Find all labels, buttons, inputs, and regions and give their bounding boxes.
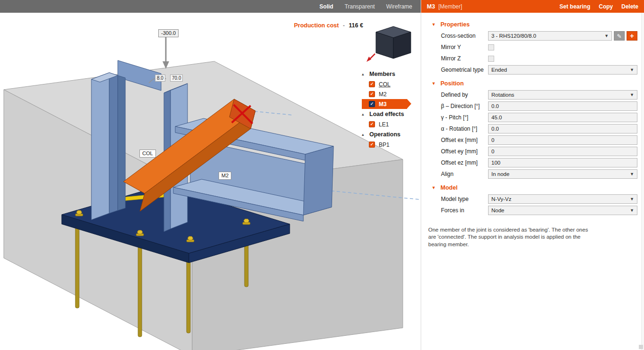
field-label: Forces in xyxy=(441,207,488,214)
tree-item-bp1[interactable]: BP1 xyxy=(362,140,417,150)
collapse-triangle-icon[interactable] xyxy=(362,72,366,76)
app-window: Solid Transparent Wireframe Production c… xyxy=(0,0,644,350)
member-label-col: COL xyxy=(139,150,156,158)
field-label: Offset ey [mm] xyxy=(441,148,488,155)
row-mirror-z: Mirror Z xyxy=(421,53,644,64)
row-cross-section: Cross-section 3 - RHS120/80/8.0 xyxy=(421,30,644,42)
copy-button[interactable]: Copy xyxy=(599,3,613,10)
panel-body: Properties Cross-section 3 - RHS120/80/8… xyxy=(421,13,644,350)
view-cube[interactable] xyxy=(367,26,411,62)
defined-by-dropdown[interactable]: Rotations xyxy=(488,90,637,100)
tree-item-le1[interactable]: LE1 xyxy=(362,119,417,129)
collapse-triangle-icon[interactable] xyxy=(432,22,436,27)
delete-button[interactable]: Delete xyxy=(621,3,638,10)
dropdown-value: 3 - RHS120/80/8.0 xyxy=(491,33,536,39)
chevron-down-icon xyxy=(630,197,634,201)
chevron-down-icon xyxy=(630,172,634,176)
tree-item-m3-selected[interactable]: M3 xyxy=(362,99,407,109)
panel-subtitle: [Member] xyxy=(438,3,462,10)
tree-group-label: Members xyxy=(369,71,395,77)
geometrical-type-dropdown[interactable]: Ended xyxy=(488,65,637,75)
dimension-label-small-2: 70.0 xyxy=(170,75,183,82)
production-cost-separator: - xyxy=(343,22,345,29)
collapse-triangle-icon[interactable] xyxy=(432,185,436,190)
forces-in-dropdown[interactable]: Node xyxy=(488,206,637,215)
dropdown-value: Ended xyxy=(491,67,507,73)
field-label: α - Rotation [°] xyxy=(441,125,488,132)
cross-section-dropdown[interactable]: 3 - RHS120/80/8.0 xyxy=(488,31,612,41)
wireframe-mode-button[interactable]: Wireframe xyxy=(386,3,412,10)
plus-icon xyxy=(630,32,634,40)
dropdown-value: N-Vy-Vz xyxy=(491,196,511,202)
section-title: Model xyxy=(440,184,457,191)
section-properties: Properties xyxy=(421,19,644,30)
row-offset-ex: Offset ex [mm] xyxy=(421,134,644,146)
display-mode-toolbar: Solid Transparent Wireframe xyxy=(0,0,421,13)
model-type-dropdown[interactable]: N-Vy-Vz xyxy=(488,194,637,204)
tree-group-label: Load effects xyxy=(369,111,404,117)
panel-title: M3 xyxy=(427,3,435,10)
tree-item-label[interactable]: BP1 xyxy=(379,142,390,148)
row-mirror-y: Mirror Y xyxy=(421,42,644,53)
gamma-pitch-input[interactable] xyxy=(488,113,637,122)
tree-item-label[interactable]: M2 xyxy=(379,91,387,98)
cube-axis-icon xyxy=(367,54,375,62)
field-label: γ - Pitch [°] xyxy=(441,114,488,121)
row-geometrical-type: Geometrical type Ended xyxy=(421,64,644,75)
tree-item-col[interactable]: COL xyxy=(362,79,417,89)
chevron-down-icon xyxy=(604,33,609,38)
m2-checkbox[interactable] xyxy=(369,91,375,97)
section-title: Properties xyxy=(440,21,470,28)
collapse-triangle-icon[interactable] xyxy=(362,132,366,137)
edit-cross-section-button[interactable] xyxy=(614,31,625,41)
alpha-rotation-input[interactable] xyxy=(488,124,637,133)
tree-group-label: Operations xyxy=(369,131,400,138)
field-label: β – Direction [°] xyxy=(441,103,488,109)
panel-scrollbar[interactable] xyxy=(641,13,644,350)
offset-ex-input[interactable] xyxy=(488,135,637,145)
tree-group-operations[interactable]: Operations xyxy=(362,129,417,140)
set-bearing-button[interactable]: Set bearing xyxy=(560,3,590,10)
row-forces-in: Forces in Node xyxy=(421,205,644,216)
align-dropdown[interactable]: In node xyxy=(488,169,637,179)
dimension-label-main[interactable]: -300.0 xyxy=(158,29,179,37)
add-cross-section-button[interactable] xyxy=(627,31,637,41)
beta-direction-input[interactable] xyxy=(488,101,637,111)
row-alpha-rotation: α - Rotation [°] xyxy=(421,123,644,134)
dropdown-value: Node xyxy=(491,208,505,213)
mirror-y-checkbox[interactable] xyxy=(488,44,494,50)
field-label: Model type xyxy=(441,196,488,202)
field-label: Cross-section xyxy=(441,33,488,39)
row-defined-by: Defined by Rotations xyxy=(421,89,644,100)
dropdown-value: Rotations xyxy=(491,92,514,98)
resize-grip[interactable] xyxy=(639,345,643,349)
col-checkbox[interactable] xyxy=(369,81,375,87)
tree-item-label[interactable]: LE1 xyxy=(379,121,389,128)
tree-group-members[interactable]: Members xyxy=(362,69,417,79)
le1-checkbox[interactable] xyxy=(369,121,375,127)
m3-checkbox[interactable] xyxy=(369,101,375,107)
scene-canvas[interactable] xyxy=(0,0,421,350)
section-model: Model xyxy=(421,182,644,193)
section-title: Position xyxy=(440,80,464,87)
offset-ez-input[interactable] xyxy=(488,158,637,167)
transparent-mode-button[interactable]: Transparent xyxy=(344,3,375,10)
row-beta-direction: β – Direction [°] xyxy=(421,100,644,112)
row-offset-ey: Offset ey [mm] xyxy=(421,146,644,157)
viewport-3d[interactable]: Solid Transparent Wireframe Production c… xyxy=(0,0,421,350)
chevron-down-icon xyxy=(630,92,634,97)
tree-item-label[interactable]: COL xyxy=(379,81,391,88)
tree-item-m2[interactable]: M2 xyxy=(362,89,417,99)
field-label: Mirror Z xyxy=(441,55,488,62)
mirror-z-checkbox[interactable] xyxy=(488,56,494,62)
collapse-triangle-icon[interactable] xyxy=(432,81,436,86)
chevron-down-icon xyxy=(630,208,634,213)
offset-ey-input[interactable] xyxy=(488,147,637,156)
panel-header: M3 [Member] Set bearing Copy Delete xyxy=(421,0,644,13)
collapse-triangle-icon[interactable] xyxy=(362,112,366,117)
solid-mode-button[interactable]: Solid xyxy=(319,3,333,10)
tree-group-load-effects[interactable]: Load effects xyxy=(362,109,417,119)
tree-item-label[interactable]: M3 xyxy=(379,101,387,108)
bp1-checkbox[interactable] xyxy=(369,142,375,148)
panel-actions: Set bearing Copy Delete xyxy=(560,3,638,10)
